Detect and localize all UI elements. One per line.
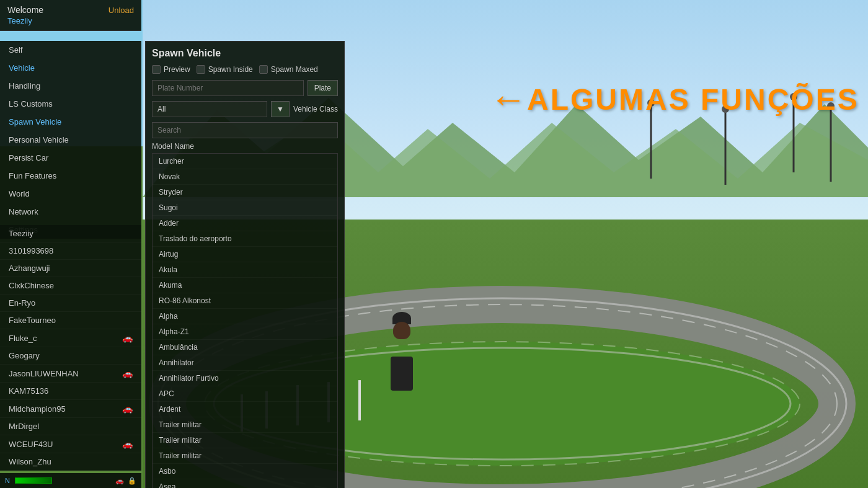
- player-name: MrDirgel: [9, 422, 39, 431]
- health-bar: [15, 477, 52, 484]
- spawn-panel-title: Spawn Vehicle: [152, 48, 338, 59]
- nav-item-self[interactable]: Self: [0, 41, 141, 59]
- annotation-overlay: ← ALGUMAS FUNÇÕES: [490, 81, 859, 118]
- player-item[interactable]: En-Ryo: [0, 295, 141, 312]
- car-status-icon: 🚗: [115, 477, 124, 485]
- vehicle-item[interactable]: APC: [153, 386, 337, 402]
- spawn-vehicle-panel: Spawn Vehicle Preview Spawn Inside Spawn…: [145, 41, 345, 488]
- vehicle-item[interactable]: Ambulância: [153, 340, 337, 355]
- vehicle-item[interactable]: Trailer militar: [153, 448, 337, 464]
- player-item[interactable]: 3101993698: [0, 242, 141, 260]
- player-item[interactable]: KAM75136: [0, 383, 141, 400]
- plate-row: Plate: [152, 80, 338, 96]
- nav-menu: Self Vehicle Handling LS Customs Spawn V…: [0, 41, 141, 239]
- toggle-row: Preview Spawn Inside Spawn Maxed: [152, 65, 338, 74]
- vehicle-item[interactable]: Alpha: [153, 309, 337, 324]
- player-item[interactable]: Fluke_c 🚗: [0, 329, 141, 347]
- spawn-maxed-checkbox[interactable]: [259, 65, 268, 74]
- vehicle-item[interactable]: Asbo: [153, 464, 337, 479]
- player-name: WCEUF43U: [9, 440, 53, 449]
- character: [391, 309, 413, 373]
- vehicle-item[interactable]: Novak: [153, 169, 337, 185]
- player-item[interactable]: MrDirgel: [0, 418, 141, 435]
- player-name: KAM75136: [9, 386, 48, 396]
- vehicle-item[interactable]: Stryder: [153, 185, 337, 200]
- vehicle-item[interactable]: Traslado do aeroporto: [153, 231, 337, 247]
- nav-item-personal-vehicle[interactable]: Personal Vehicle: [0, 131, 141, 149]
- vehicle-class-select[interactable]: All: [152, 101, 267, 117]
- vehicle-item[interactable]: Ardent: [153, 402, 337, 417]
- spawn-inside-toggle[interactable]: Spawn Inside: [197, 65, 253, 74]
- player-item[interactable]: Teeziiy: [0, 225, 141, 242]
- vehicle-item[interactable]: Lurcher: [153, 154, 337, 169]
- model-name-label: Model Name: [152, 142, 338, 151]
- player-name: ClxkChinese: [9, 281, 54, 290]
- player-name: Geogary: [9, 351, 40, 360]
- player-name: Midchampion95: [9, 404, 66, 414]
- nav-item-world[interactable]: World: [0, 185, 141, 203]
- nav-item-persist-car[interactable]: Persist Car: [0, 149, 141, 167]
- nav-item-network[interactable]: Network: [0, 203, 141, 221]
- nav-item-vehicle[interactable]: Vehicle: [0, 59, 141, 77]
- vehicle-item[interactable]: RO-86 Alkonost: [153, 293, 337, 309]
- vehicle-item[interactable]: Alpha-Z1: [153, 324, 337, 340]
- vehicle-item[interactable]: Akula: [153, 262, 337, 278]
- player-item[interactable]: Wilson_Zhu: [0, 453, 141, 471]
- player-name: Fluke_c: [9, 334, 37, 343]
- preview-checkbox[interactable]: [152, 65, 161, 74]
- spawn-inside-checkbox[interactable]: [197, 65, 205, 74]
- welcome-label: Welcome: [7, 5, 43, 15]
- status-bar: N 🚗 🔒: [0, 473, 141, 488]
- vehicle-item[interactable]: Annihilator Furtivo: [153, 371, 337, 386]
- nav-item-ls-customs[interactable]: LS Customs: [0, 95, 141, 113]
- spawn-maxed-toggle[interactable]: Spawn Maxed: [259, 65, 318, 74]
- plate-number-input[interactable]: [152, 80, 304, 96]
- vehicle-icon: 🚗: [122, 439, 133, 449]
- spawn-maxed-label: Spawn Maxed: [271, 65, 318, 74]
- filter-row: All ▼ Vehicle Class: [152, 101, 338, 117]
- vehicle-item[interactable]: Akuma: [153, 278, 337, 293]
- unload-button[interactable]: Unload: [108, 6, 134, 15]
- vehicle-icon: 🚗: [122, 404, 133, 414]
- nav-item-fun-features[interactable]: Fun Features: [0, 167, 141, 185]
- vehicle-item[interactable]: Trailer militar: [153, 433, 337, 448]
- vehicle-item[interactable]: Sugoi: [153, 200, 337, 216]
- player-item[interactable]: WCEUF43U 🚗: [0, 435, 141, 453]
- preview-toggle[interactable]: Preview: [152, 65, 190, 74]
- nav-item-handling[interactable]: Handling: [0, 77, 141, 95]
- vehicle-class-label: Vehicle Class: [293, 105, 338, 113]
- vehicle-item[interactable]: Airtug: [153, 247, 337, 262]
- players-panel: Teeziiy 3101993698 Azhangwuji ClxkChines…: [0, 225, 141, 471]
- preview-label: Preview: [164, 65, 190, 74]
- player-item[interactable]: Geogary: [0, 347, 141, 365]
- dropdown-arrow-icon[interactable]: ▼: [271, 101, 290, 117]
- status-icons-right: 🚗 🔒: [115, 477, 136, 485]
- player-item[interactable]: Midchampion95 🚗: [0, 400, 141, 418]
- plate-button[interactable]: Plate: [308, 80, 338, 96]
- player-name: 3101993698: [9, 246, 53, 255]
- nav-item-spawn-vehicle[interactable]: Spawn Vehicle: [0, 113, 141, 131]
- player-name: Azhangwuji: [9, 264, 50, 273]
- spawn-inside-label: Spawn Inside: [208, 65, 253, 74]
- vehicle-item[interactable]: Trailer militar: [153, 417, 337, 433]
- vehicle-item[interactable]: Annihilator: [153, 355, 337, 371]
- vehicle-list: Lurcher Novak Stryder Sugoi Adder Trasla…: [152, 153, 338, 488]
- player-name: JasonLIUWENHAN: [9, 369, 79, 378]
- player-item[interactable]: ClxkChinese: [0, 277, 141, 295]
- player-name: FakeTourneo: [9, 316, 56, 325]
- header-username: Teeziiy: [7, 16, 134, 25]
- player-name: Teeziiy: [9, 229, 33, 238]
- status-n-icon: N: [5, 477, 10, 484]
- player-name: En-Ryo: [9, 298, 35, 308]
- vehicle-item[interactable]: Asea: [153, 479, 337, 488]
- player-name: Wilson_Zhu: [9, 457, 51, 466]
- player-item[interactable]: FakeTourneo: [0, 312, 141, 329]
- player-item[interactable]: Azhangwuji: [0, 260, 141, 277]
- search-input[interactable]: [152, 122, 338, 138]
- annotation-arrow: ←: [490, 81, 527, 118]
- annotation-text: ALGUMAS FUNÇÕES: [527, 82, 859, 117]
- vehicle-icon: 🚗: [122, 368, 133, 378]
- player-item[interactable]: JasonLIUWENHAN 🚗: [0, 365, 141, 383]
- vehicle-item[interactable]: Adder: [153, 216, 337, 231]
- welcome-panel: Welcome Unload Teeziiy: [0, 0, 141, 31]
